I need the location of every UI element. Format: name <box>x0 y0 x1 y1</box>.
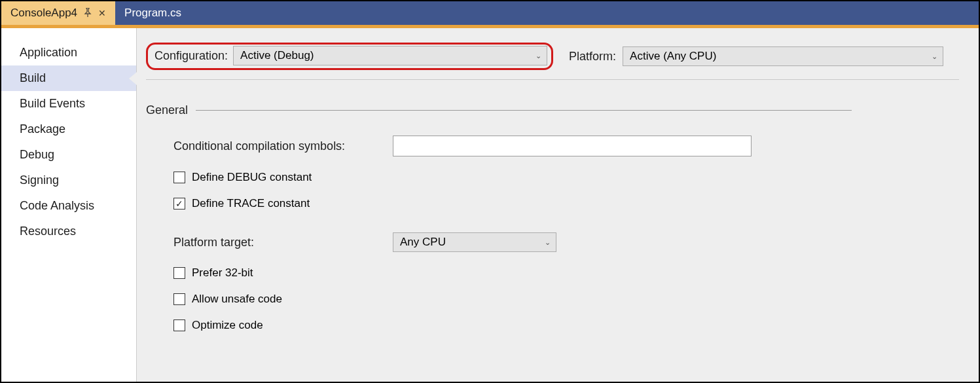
sidebar-item-build-events[interactable]: Build Events <box>1 91 136 117</box>
configuration-dropdown[interactable]: Active (Debug) ⌄ <box>233 46 547 65</box>
platform-target-dropdown[interactable]: Any CPU ⌄ <box>393 232 556 252</box>
tab-consoleapp4[interactable]: ConsoleApp4 ✕ <box>1 1 115 25</box>
checkbox-icon <box>173 267 185 279</box>
sidebar-item-code-analysis[interactable]: Code Analysis <box>1 193 136 219</box>
sidebar-item-application[interactable]: Application <box>1 40 136 65</box>
tab-label: Program.cs <box>124 7 181 20</box>
configuration-label: Configuration: <box>154 49 228 63</box>
configuration-highlight: Configuration: Active (Debug) ⌄ <box>146 43 553 70</box>
prefer-32bit-checkbox-row[interactable]: Prefer 32-bit <box>173 266 959 280</box>
sidebar-item-resources[interactable]: Resources <box>1 219 136 244</box>
chevron-down-icon: ⌄ <box>545 238 551 247</box>
platform-target-value: Any CPU <box>400 236 446 249</box>
chevron-down-icon: ⌄ <box>535 52 541 60</box>
close-icon[interactable]: ✕ <box>98 8 106 18</box>
conditional-symbols-label: Conditional compilation symbols: <box>173 139 393 153</box>
tab-bar: ConsoleApp4 ✕ Program.cs <box>1 1 979 25</box>
platform-dropdown[interactable]: Active (Any CPU) ⌄ <box>623 46 943 66</box>
define-debug-checkbox-row[interactable]: Define DEBUG constant <box>173 171 959 184</box>
sidebar-item-debug[interactable]: Debug <box>1 142 136 168</box>
checkbox-icon <box>173 293 185 305</box>
properties-sidebar: Application Build Build Events Package D… <box>1 28 137 382</box>
optimize-label: Optimize code <box>192 319 263 332</box>
allow-unsafe-label: Allow unsafe code <box>192 293 282 306</box>
checkbox-icon <box>173 198 185 210</box>
prefer-32bit-label: Prefer 32-bit <box>192 266 253 280</box>
tab-label: ConsoleApp4 <box>10 7 77 20</box>
conditional-symbols-input[interactable] <box>393 136 752 156</box>
section-divider <box>196 110 852 111</box>
checkbox-icon <box>173 172 185 183</box>
tab-program-cs[interactable]: Program.cs <box>115 1 191 25</box>
sidebar-item-package[interactable]: Package <box>1 117 136 142</box>
platform-target-label: Platform target: <box>173 236 393 249</box>
section-title-general: General <box>146 103 188 117</box>
general-section: General Conditional compilation symbols:… <box>146 103 959 332</box>
platform-label: Platform: <box>569 50 616 64</box>
pin-icon[interactable] <box>84 8 92 19</box>
define-trace-checkbox-row[interactable]: Define TRACE constant <box>173 197 959 210</box>
sidebar-item-build[interactable]: Build <box>1 65 136 91</box>
allow-unsafe-checkbox-row[interactable]: Allow unsafe code <box>173 293 959 306</box>
optimize-code-checkbox-row[interactable]: Optimize code <box>173 319 959 332</box>
platform-value: Active (Any CPU) <box>630 50 716 63</box>
config-platform-row: Configuration: Active (Debug) ⌄ Platform… <box>146 43 959 80</box>
checkbox-icon <box>173 319 185 331</box>
sidebar-item-signing[interactable]: Signing <box>1 168 136 193</box>
define-debug-label: Define DEBUG constant <box>192 171 312 184</box>
build-settings-panel: Configuration: Active (Debug) ⌄ Platform… <box>137 28 979 382</box>
chevron-down-icon: ⌄ <box>932 52 937 61</box>
define-trace-label: Define TRACE constant <box>192 197 310 210</box>
configuration-value: Active (Debug) <box>240 49 314 62</box>
